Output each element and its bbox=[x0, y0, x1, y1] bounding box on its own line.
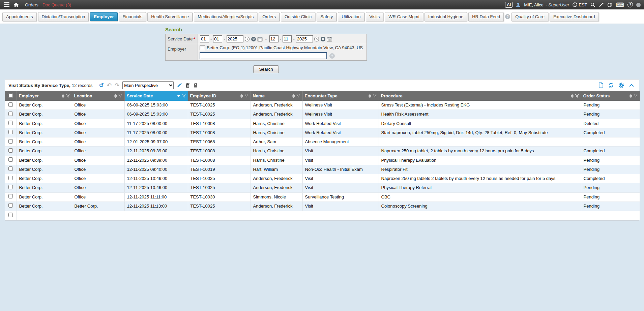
from-clear-icon[interactable] bbox=[251, 36, 256, 42]
clock-icon[interactable] bbox=[573, 2, 577, 7]
from-time-icon[interactable] bbox=[244, 36, 250, 42]
column-header-procedure[interactable]: Procedure bbox=[379, 91, 581, 101]
tab-appointments[interactable]: Appointments bbox=[2, 12, 37, 21]
table-row[interactable]: Better Corp.Office06-09-2025 15:03:00TES… bbox=[5, 110, 640, 119]
column-header-service-date[interactable]: Service Date bbox=[124, 91, 188, 101]
row-checkbox[interactable] bbox=[8, 176, 13, 180]
row-checkbox[interactable] bbox=[8, 157, 13, 162]
tab-dictation-transcription[interactable]: Dictation/Transcription bbox=[38, 12, 89, 21]
user-name[interactable]: MIE, Alice bbox=[524, 2, 544, 7]
sort-icon[interactable] bbox=[240, 94, 243, 98]
table-row[interactable]: Better Corp.Office11-17-2025 08:00:00TES… bbox=[5, 119, 640, 128]
search-button[interactable]: Search bbox=[253, 65, 279, 73]
keyboard-icon[interactable]: ⌨ bbox=[616, 2, 624, 8]
redo-icon[interactable]: ↷ bbox=[115, 83, 119, 88]
perspective-select[interactable]: Main Perspective bbox=[122, 81, 174, 89]
tab-help-icon[interactable]: ? bbox=[505, 14, 510, 19]
table-row[interactable]: Better Corp.Office12-11-2025 11:11:00TES… bbox=[5, 192, 640, 201]
globe-icon[interactable] bbox=[607, 2, 612, 7]
tab-employer[interactable]: Employer bbox=[90, 12, 117, 21]
tab-safety[interactable]: Safety bbox=[317, 12, 336, 21]
tab-quality-of-care[interactable]: Quality of Care bbox=[511, 12, 548, 21]
breadcrumb-orders[interactable]: Orders bbox=[25, 2, 38, 7]
column-header-location[interactable]: Location bbox=[72, 91, 124, 101]
sort-desc-icon[interactable] bbox=[177, 95, 180, 97]
from-day-input[interactable] bbox=[213, 35, 222, 42]
column-header-encounter-type[interactable]: Encounter Type bbox=[302, 91, 379, 101]
search-icon[interactable] bbox=[590, 2, 595, 7]
home-icon[interactable] bbox=[13, 2, 19, 7]
column-header-order-status[interactable]: Order Status bbox=[581, 91, 640, 101]
table-row[interactable]: Better Corp.Office12-11-2025 09:40:00TES… bbox=[5, 165, 640, 174]
filter-icon[interactable] bbox=[118, 94, 122, 98]
table-row[interactable]: Better Corp.Office12-11-2025 09:39:00TES… bbox=[5, 147, 640, 156]
filter-icon[interactable] bbox=[575, 94, 579, 98]
settings-gear-icon[interactable] bbox=[618, 82, 624, 88]
filter-icon[interactable] bbox=[373, 94, 377, 98]
user-icon[interactable] bbox=[516, 2, 521, 7]
table-row[interactable]: Better Corp.Office12-01-2025 09:37:00TES… bbox=[5, 137, 640, 147]
row-checkbox[interactable] bbox=[8, 203, 13, 208]
to-year-input[interactable] bbox=[296, 35, 313, 42]
filter-icon[interactable] bbox=[296, 94, 300, 98]
row-checkbox[interactable] bbox=[8, 121, 13, 125]
collapse-icon[interactable] bbox=[629, 84, 634, 87]
tab-hr-data-feed[interactable]: HR Data Feed bbox=[468, 12, 504, 21]
filter-icon[interactable] bbox=[634, 94, 638, 98]
table-row[interactable]: Better Corp.Office12-11-2025 09:39:00TES… bbox=[5, 156, 640, 165]
edit-icon[interactable] bbox=[177, 83, 182, 88]
table-row[interactable]: Better Corp.Office12-11-2025 10:46:00TES… bbox=[5, 174, 640, 183]
column-header-name[interactable]: Name bbox=[251, 91, 302, 101]
tab-financials[interactable]: Financials bbox=[119, 12, 146, 21]
to-calendar-icon[interactable] bbox=[327, 36, 332, 42]
reset-icon[interactable]: ↺ bbox=[99, 83, 104, 88]
tab-utilization[interactable]: Utilization bbox=[338, 12, 364, 21]
remove-employer-button[interactable]: — bbox=[200, 45, 205, 50]
table-row[interactable]: Better Corp.Office06-09-2025 15:03:00TES… bbox=[5, 101, 640, 110]
row-checkbox[interactable] bbox=[8, 166, 13, 171]
row-checkbox[interactable] bbox=[8, 148, 13, 153]
row-checkbox[interactable] bbox=[8, 139, 13, 144]
row-checkbox[interactable] bbox=[8, 130, 13, 134]
hamburger-menu-icon[interactable] bbox=[3, 2, 10, 8]
to-clear-icon[interactable] bbox=[320, 36, 326, 42]
tab-industrial-hygiene[interactable]: Industrial Hygiene bbox=[425, 12, 467, 21]
sort-icon[interactable] bbox=[292, 94, 295, 98]
undo-icon[interactable]: ↶ bbox=[107, 83, 112, 88]
from-month-input[interactable] bbox=[200, 35, 209, 42]
to-time-icon[interactable] bbox=[314, 36, 319, 42]
row-checkbox[interactable] bbox=[8, 213, 13, 217]
row-checkbox[interactable] bbox=[8, 194, 13, 198]
sort-icon[interactable] bbox=[62, 94, 64, 98]
table-row[interactable]: Better Corp.Better Corp.12-11-2025 11:13… bbox=[5, 201, 640, 211]
filter-icon[interactable] bbox=[182, 94, 186, 98]
breadcrumb-doc-queue[interactable]: Doc Queue (3) bbox=[42, 2, 71, 7]
select-all-checkbox[interactable] bbox=[8, 93, 13, 98]
employer-search-input[interactable] bbox=[200, 52, 327, 59]
table-row[interactable]: Better Corp.Office12-11-2025 10:46:00TES… bbox=[5, 183, 640, 192]
employer-help-icon[interactable]: ? bbox=[329, 53, 335, 59]
to-day-input[interactable] bbox=[283, 35, 292, 42]
tab-orders[interactable]: Orders bbox=[259, 12, 280, 21]
lock-icon[interactable] bbox=[193, 83, 198, 88]
ai-badge[interactable]: AI bbox=[505, 2, 513, 8]
wand-icon[interactable] bbox=[599, 2, 604, 7]
sort-icon[interactable] bbox=[114, 94, 117, 98]
from-calendar-icon[interactable] bbox=[257, 36, 263, 42]
tab-medications-allergies-scripts[interactable]: Medications/Allergies/Scripts bbox=[194, 12, 257, 21]
tab-health-surveillance[interactable]: Health Surveillance bbox=[147, 12, 193, 21]
sort-icon[interactable] bbox=[630, 94, 632, 98]
tab-outside-clinic[interactable]: Outside Clinic bbox=[281, 12, 315, 21]
column-header-employee-id[interactable]: Employee ID bbox=[188, 91, 251, 101]
filter-icon[interactable] bbox=[66, 94, 70, 98]
new-document-icon[interactable] bbox=[598, 82, 604, 88]
row-checkbox[interactable] bbox=[8, 112, 13, 116]
sort-icon[interactable] bbox=[571, 94, 574, 98]
tab-wr-case-mgmt[interactable]: WR Case Mgmt bbox=[385, 12, 423, 21]
tab-executive-dashboard[interactable]: Executive Dashboard bbox=[550, 12, 599, 21]
refresh-icon[interactable] bbox=[608, 82, 614, 88]
filter-icon[interactable] bbox=[244, 94, 248, 98]
tab-visits[interactable]: Visits bbox=[366, 12, 384, 21]
from-year-input[interactable] bbox=[227, 35, 243, 42]
delete-icon[interactable] bbox=[185, 83, 190, 88]
